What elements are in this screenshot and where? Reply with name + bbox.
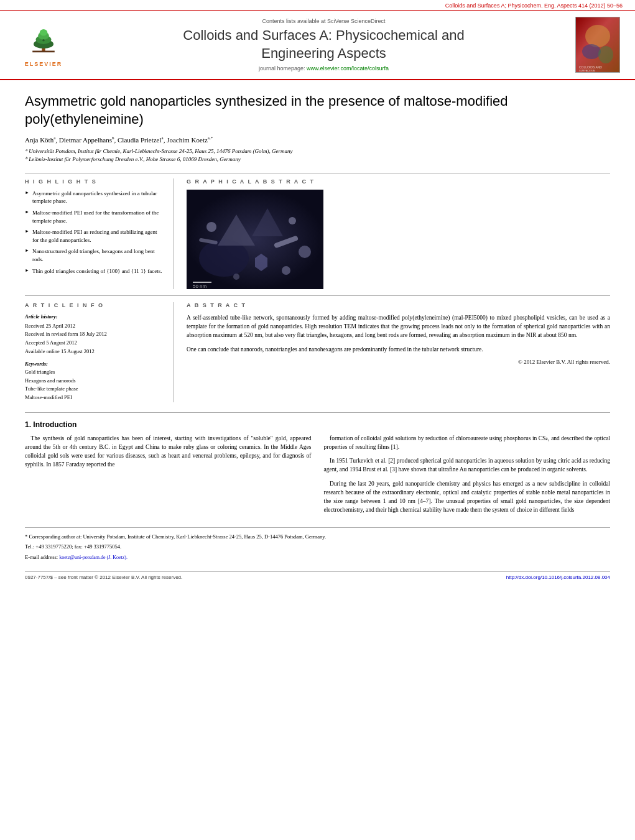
article-title: Asymmetric gold nanoparticles synthesize… (25, 93, 610, 128)
svg-text:50 nm: 50 nm (193, 284, 207, 289)
intro-col2-p3: During the last 20 years, gold nanoparti… (324, 479, 611, 515)
journal-homepage: journal homepage: www.elsevier.com/locat… (75, 65, 573, 72)
abstract-paragraph-2: One can conclude that nanorods, nanotria… (187, 345, 610, 354)
accepted-date: Accepted 5 August 2012 (25, 339, 164, 348)
journal-main-title: Colloids and Surfaces A: Physicochemical… (75, 27, 573, 62)
svg-text:SURFACES A: SURFACES A (579, 69, 595, 72)
affiliations: ᵃ Universität Potsdam, Institut für Chem… (25, 147, 610, 164)
svg-point-9 (582, 44, 601, 59)
copyright-notice: © 2012 Elsevier B.V. All rights reserved… (187, 359, 610, 365)
affiliation-a: ᵃ Universität Potsdam, Institut für Chem… (25, 147, 610, 156)
introduction-col-left: The synthesis of gold nanoparticles has … (25, 434, 312, 520)
highlight-item-2: Maltose-modified PEI used for the transf… (25, 209, 164, 224)
introduction-col-right: formation of colloidal gold solutions by… (324, 434, 611, 520)
authors-line: Anja Kötha, Dietmar Appelhansb, Claudia … (25, 136, 610, 144)
introduction-section: 1. Introduction The synthesis of gold na… (25, 412, 610, 520)
highlights-header: H I G H L I G H T S (25, 178, 164, 185)
contents-line: Contents lists available at SciVerse Sci… (75, 18, 573, 24)
sup-a1: a (53, 136, 55, 141)
journal-cover: COLLOIDS AND SURFACES A (573, 17, 623, 73)
footnote-email: E-mail address: koetz@uni-potsdam.de (J.… (25, 553, 610, 561)
svg-point-19 (299, 246, 311, 258)
footnotes: * Corresponding author at: University Po… (25, 527, 610, 562)
keyword-1: Gold triangles (25, 368, 164, 377)
elsevier-logo-box (16, 22, 72, 60)
cover-image-svg: COLLOIDS AND SURFACES A (576, 17, 619, 72)
intro-col1-p1: The synthesis of gold nanoparticles has … (25, 434, 312, 469)
svg-point-6 (42, 39, 45, 42)
svg-point-5 (40, 29, 47, 36)
article-info-header: A R T I C L E I N F O (25, 302, 164, 308)
elsevier-logo: ELSEVIER (12, 22, 75, 67)
svg-point-18 (289, 217, 296, 224)
doi-link[interactable]: http://dx.doi.org/10.1016/j.colsurfa.201… (506, 575, 610, 580)
svg-rect-25 (193, 282, 211, 283)
article-info-column: A R T I C L E I N F O Article history: R… (25, 302, 174, 402)
keywords-label: Keywords: (25, 361, 164, 367)
divider-1 (25, 173, 610, 173)
journal-header: ELSEVIER Contents lists available at Sci… (0, 11, 635, 80)
available-date: Available online 15 August 2012 (25, 348, 164, 356)
cover-image: COLLOIDS AND SURFACES A (575, 17, 620, 73)
highlights-column: H I G H L I G H T S Asymmetric gold nano… (25, 178, 174, 289)
highlight-item-5: Thin gold triangles consisting of {100} … (25, 267, 164, 275)
svg-point-8 (585, 25, 610, 47)
journal-reference-bar: Colloids and Surfaces A; Physicochem. En… (0, 0, 635, 11)
highlight-item-4: Nanostructured gold triangles, hexagons … (25, 247, 164, 263)
highlights-list: Asymmetric gold nanoparticles synthesize… (25, 190, 164, 275)
sup-a3: a,* (208, 136, 213, 141)
svg-rect-1 (32, 51, 55, 53)
keyword-3: Tube-like template phase (25, 385, 164, 394)
highlights-graphical-row: H I G H L I G H T S Asymmetric gold nano… (25, 178, 610, 289)
footnote-star: * Corresponding author at: University Po… (25, 533, 610, 541)
sup-a2: a (162, 136, 164, 141)
divider-2 (25, 295, 610, 296)
keyword-2: Hexagons and nanorods (25, 377, 164, 385)
received-date: Received 25 April 2012 (25, 322, 164, 331)
sup-b1: b (112, 136, 114, 141)
email-link[interactable]: koetz@uni-potsdam.de (J. Koetz). (59, 555, 127, 560)
keyword-4: Maltose-modified PEI (25, 394, 164, 402)
abstract-column: A B S T R A C T A self-assembled tube-li… (187, 302, 610, 402)
issn-text: 0927-7757/$ – see front matter © 2012 El… (25, 575, 182, 580)
journal-ref-text: Colloids and Surfaces A; Physicochem. En… (445, 2, 623, 9)
article-history-label: Article history: (25, 313, 164, 320)
revised-date: Received in revised form 18 July 2012 (25, 330, 164, 339)
graphical-abstract-header: G R A P H I C A L A B S T R A C T (187, 178, 610, 185)
paper-body: Asymmetric gold nanoparticles synthesize… (0, 80, 635, 593)
abstract-paragraph-1: A self-assembled tube-like network, spon… (187, 313, 610, 340)
intro-col2-p1: formation of colloidal gold solutions by… (324, 434, 611, 452)
highlight-item-3: Maltose-modified PEI as reducing and sta… (25, 228, 164, 244)
footnote-tel: Tel.: +49 3319775220; fax: +49 331977505… (25, 543, 610, 551)
journal-homepage-link[interactable]: www.elsevier.com/locate/colsurfa (307, 65, 389, 72)
svg-point-17 (206, 222, 216, 232)
affiliation-b: ᵇ Leibniz-Institut für Polymerforschung … (25, 155, 610, 164)
article-info-abstract-row: A R T I C L E I N F O Article history: R… (25, 302, 610, 402)
svg-point-10 (598, 46, 613, 63)
graphical-abstract-image: 50 nm (187, 190, 323, 289)
bottom-bar: 0927-7757/$ – see front matter © 2012 El… (25, 571, 610, 580)
highlight-item-1: Asymmetric gold nanoparticles synthesize… (25, 190, 164, 205)
email-label: E-mail address: (25, 554, 58, 560)
graphical-abstract-svg: 50 nm (187, 190, 323, 289)
elsevier-label: ELSEVIER (25, 61, 63, 67)
journal-title-area: Contents lists available at SciVerse Sci… (75, 18, 573, 71)
abstract-header: A B S T R A C T (187, 302, 610, 308)
graphical-abstract-column: G R A P H I C A L A B S T R A C T (187, 178, 610, 289)
svg-point-20 (282, 266, 290, 275)
svg-point-21 (233, 274, 239, 280)
elsevier-tree-icon (25, 29, 62, 53)
abstract-text: A self-assembled tube-like network, spon… (187, 313, 610, 354)
introduction-title: 1. Introduction (25, 420, 610, 429)
introduction-columns: The synthesis of gold nanoparticles has … (25, 434, 610, 520)
intro-col2-p2: In 1951 Turkevich et al. [2] produced sp… (324, 456, 611, 474)
